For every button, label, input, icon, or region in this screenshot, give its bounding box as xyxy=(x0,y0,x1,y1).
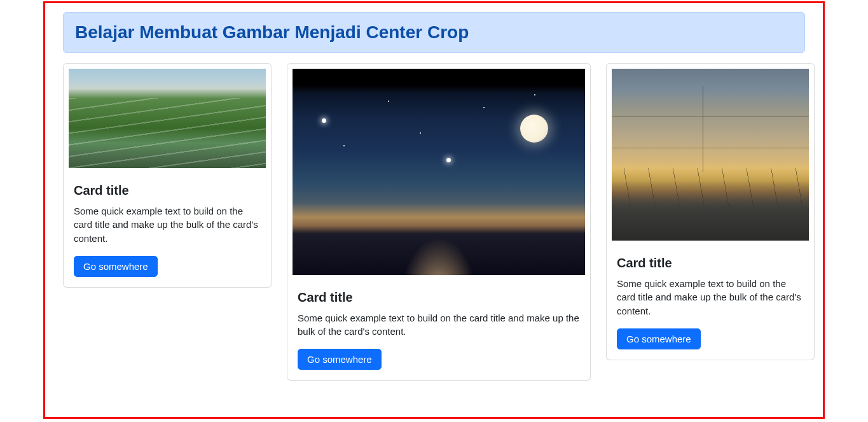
page-title: Belajar Membuat Gambar Menjadi Center Cr… xyxy=(75,22,793,43)
card-title: Card title xyxy=(617,256,804,271)
card-body: Card title Some quick example text to bu… xyxy=(64,173,271,287)
card-image-sunset-rails xyxy=(612,69,809,241)
star-icon xyxy=(343,145,345,146)
star-icon xyxy=(534,94,535,95)
card-text: Some quick example text to build on the … xyxy=(298,311,580,339)
star-icon xyxy=(420,132,421,134)
card-title: Card title xyxy=(74,183,261,198)
card-text: Some quick example text to build on the … xyxy=(74,204,261,246)
star-icon xyxy=(388,101,389,102)
card-night-sky: Card title Some quick example text to bu… xyxy=(287,63,591,381)
card-row: Card title Some quick example text to bu… xyxy=(63,63,805,381)
go-somewhere-button[interactable]: Go somewhere xyxy=(74,256,158,277)
page-frame: Belajar Membuat Gambar Menjadi Center Cr… xyxy=(43,1,825,419)
card-body: Card title Some quick example text to bu… xyxy=(287,280,590,381)
star-icon xyxy=(446,158,451,162)
card-text: Some quick example text to build on the … xyxy=(617,277,804,318)
card-rice-terrace: Card title Some quick example text to bu… xyxy=(63,63,272,288)
moon-icon xyxy=(520,115,548,143)
page-header-alert: Belajar Membuat Gambar Menjadi Center Cr… xyxy=(63,12,805,53)
card-image-rice-terrace xyxy=(69,69,266,168)
go-somewhere-button[interactable]: Go somewhere xyxy=(298,349,382,370)
go-somewhere-button[interactable]: Go somewhere xyxy=(617,328,701,349)
card-title: Card title xyxy=(298,290,580,305)
card-image-night-sky xyxy=(293,69,585,275)
star-icon xyxy=(322,118,326,123)
star-icon xyxy=(483,107,485,108)
card-sunset-rails: Card title Some quick example text to bu… xyxy=(606,63,815,360)
card-body: Card title Some quick example text to bu… xyxy=(607,246,814,360)
